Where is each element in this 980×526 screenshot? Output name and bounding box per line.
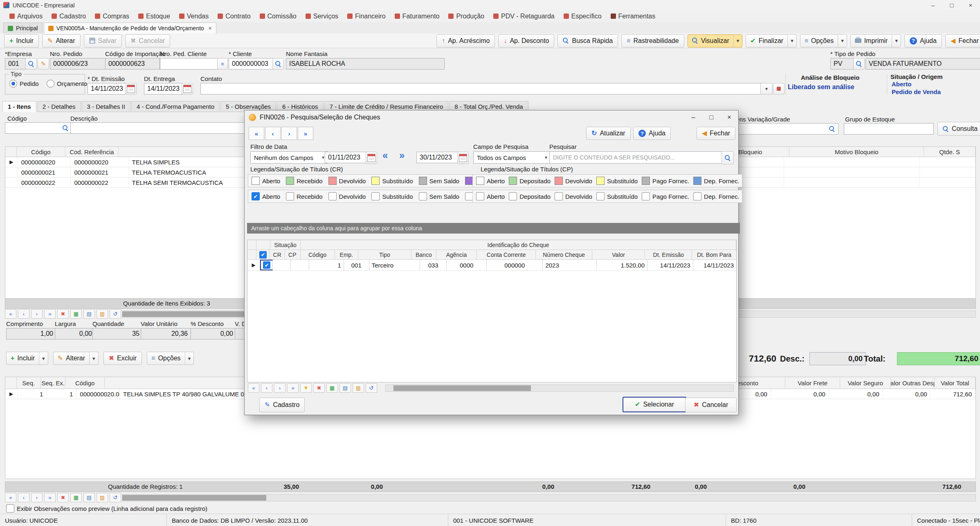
busca-rapida-button[interactable]: Busca Rápida [557,34,618,47]
tab-cond-forma-pagamento[interactable]: 4 - Cond./Forma Pagamento [131,101,220,112]
dt-entrega-calendar-button[interactable] [182,83,193,94]
export-grid-icon[interactable]: ▤ [339,383,351,393]
itens-variacao-field[interactable] [731,123,838,135]
visualizar-dropdown[interactable]: ▾ [733,35,742,47]
contato-extra-button[interactable] [773,83,784,94]
col-dt-bom-para[interactable]: Dt. Bom Para [692,250,736,259]
consulta-button[interactable]: Consulta [937,122,980,136]
minimize-icon[interactable]: – [684,110,702,124]
seq-alterar-dropdown[interactable]: ▾ [89,352,98,364]
horizontal-scrollbar[interactable] [122,494,976,501]
col-cod-referencia[interactable]: Cod. Referência [65,147,119,157]
col-valor-seguro[interactable]: Valor Seguro [840,377,890,389]
col-cr[interactable]: CR [270,250,285,259]
maximize-icon[interactable]: □ [942,0,961,10]
col-qtde[interactable]: Qtde. S [924,147,976,157]
tab-close-icon[interactable]: × [209,25,212,31]
menu-contrato[interactable]: Contrato [214,11,254,21]
salvar-button[interactable]: Salvar [84,34,122,47]
selecionar-button[interactable]: ✔Selecionar [623,397,686,412]
ap-desconto-button[interactable]: ↓Ap. Desconto [498,34,554,47]
clear-filter-icon[interactable]: ✖ [313,383,325,393]
col-valor-total[interactable]: Valor Total [935,377,976,389]
visualizar-button[interactable]: Visualizar [688,35,733,47]
imprimir-button[interactable]: Imprimir [851,35,892,47]
close-icon[interactable]: × [720,110,738,124]
record-next-icon[interactable]: › [281,127,297,140]
campo-pesquisa-combo[interactable]: Todos os Campos▾ [473,151,551,164]
atualizar-button[interactable]: ↻Atualizar [586,127,631,140]
largura-field[interactable]: 0,00 [55,328,95,339]
grid-view-icon[interactable]: ▦ [326,383,338,393]
empresa-search-button[interactable] [25,58,37,70]
grid-view-icon[interactable]: ▦ [70,309,82,319]
export-grid-icon[interactable]: ▤ [83,309,95,319]
col-seq-ex[interactable]: Seq. Ex. [41,377,66,389]
filter-checkbox[interactable]: Substituído [596,192,638,200]
undo-icon[interactable]: ↺ [366,383,377,393]
dialog-cancelar-button[interactable]: ✖Cancelar [685,398,737,412]
search-icon[interactable] [63,125,69,131]
date-to-calendar-button[interactable] [457,152,469,164]
next-page-icon[interactable]: › [31,309,43,319]
col-tipo[interactable]: Tipo [358,250,411,259]
radio-orcamento[interactable]: Orçamento [47,80,87,88]
comprimento-field[interactable]: 1,00 [6,328,56,339]
finalizar-dropdown[interactable]: ▾ [787,35,796,47]
next-page-icon[interactable]: › [274,383,285,393]
search-input[interactable] [549,151,725,164]
menu-comissao[interactable]: Comissão [256,11,300,21]
col-emp[interactable]: Emp. [335,250,358,259]
seq-alterar-button[interactable]: ✎Alterar [54,352,90,364]
opcoes-dropdown[interactable]: ▾ [838,35,847,47]
record-first-icon[interactable]: « [249,127,264,140]
seq-incluir-button[interactable]: +Incluir [7,352,39,364]
col-codigo[interactable]: Código [17,147,65,157]
quantidade-field[interactable]: 35 [92,328,143,339]
prev-page-icon[interactable]: ‹ [18,493,29,502]
filter-checkbox[interactable]: Substituído [371,192,413,200]
ap-acrescimo-button[interactable]: ↑Ap. Acréscimo [436,34,495,47]
incluir-button[interactable]: +Incluir [4,34,39,47]
filter-checkbox[interactable]: Devolvido [555,192,592,200]
menu-arquivos[interactable]: Arquivos [6,11,46,21]
rastreabilidade-button[interactable]: ≡Rastreabilidade [621,34,684,47]
menu-ferramentas[interactable]: Ferramentas [607,11,659,21]
alterar-button[interactable]: ✎Alterar [42,34,81,47]
imprimir-dropdown[interactable]: ▾ [892,35,901,47]
seq-incluir-dropdown[interactable]: ▾ [39,352,48,364]
menu-compras[interactable]: Compras [91,11,133,21]
cliente-action-button[interactable]: ≡ [217,58,228,70]
minimize-icon[interactable]: – [924,0,942,10]
filter-checkbox[interactable]: Recebido [286,192,322,200]
col-valor-outras[interactable]: Valor Outras Desp. [891,377,935,389]
filter-checkbox[interactable]: Aberto [476,192,505,200]
cliente-search-button[interactable] [272,58,284,70]
date-to-field[interactable]: 30/11/2023 [416,152,464,163]
menu-especifico[interactable]: Específico [560,11,605,21]
first-page-icon[interactable]: « [5,493,16,502]
col-conta-corrente[interactable]: Conta Corrente [477,250,536,259]
menu-faturamento[interactable]: Faturamento [391,11,443,21]
col-banco[interactable]: Banco [411,250,436,259]
last-page-icon[interactable]: » [44,309,56,319]
fechar-button[interactable]: ◀Fechar [945,34,980,47]
item-codigo-field[interactable] [5,122,72,134]
tab-detalhes[interactable]: 2 - Detalhes [37,101,81,112]
tab-principal[interactable]: Principal [3,22,43,34]
menu-estoque[interactable]: Estoque [135,11,174,21]
col-seq-codigo[interactable]: Código [65,377,105,389]
seq-opcoes-button[interactable]: ≡Opções [147,352,184,364]
first-page-icon[interactable]: « [5,309,16,319]
export-grid-icon[interactable]: ▤ [83,493,95,502]
search-icon[interactable] [829,126,835,132]
undo-icon[interactable]: ↺ [110,309,121,319]
date-from-calendar-button[interactable] [366,152,377,164]
delete-row-icon[interactable]: ✖ [57,493,69,502]
dialog-fechar-button[interactable]: ◀Fechar [697,127,735,140]
dt-emissao-calendar-button[interactable] [125,83,137,94]
valor-unitario-field[interactable]: 20,36 [141,328,191,339]
delete-row-icon[interactable]: ✖ [57,309,69,319]
close-icon[interactable]: × [961,0,980,10]
menu-producao[interactable]: Produção [445,11,488,21]
